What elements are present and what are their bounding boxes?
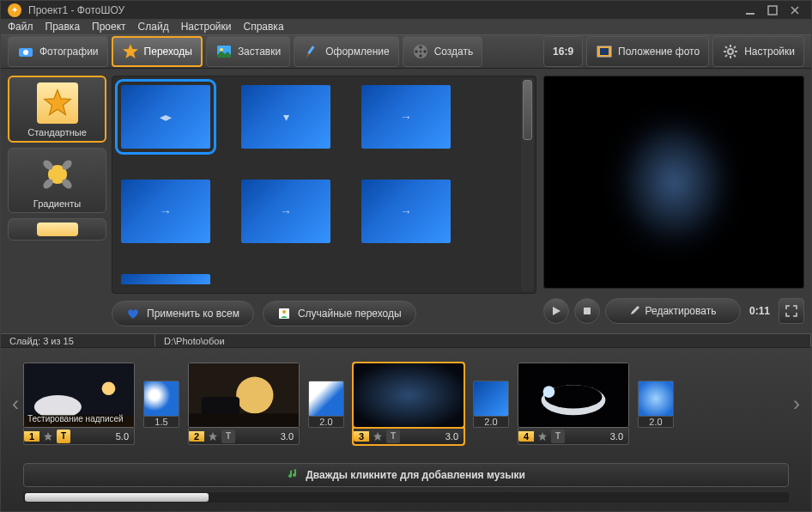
svg-rect-0 bbox=[746, 13, 754, 15]
menu-project[interactable]: Проект bbox=[92, 21, 126, 33]
timeline-slide[interactable]: Тестирование надписей 1T5.0 bbox=[23, 363, 135, 445]
scrollbar-horizontal[interactable] bbox=[23, 492, 789, 503]
gradient-icon bbox=[37, 154, 78, 195]
transition-item[interactable]: → bbox=[361, 180, 451, 243]
transitions-grid: ◂▸ ▾ → → → → bbox=[112, 76, 536, 294]
svg-line-21 bbox=[725, 46, 727, 48]
brush-icon bbox=[303, 43, 320, 60]
transition-item[interactable]: → bbox=[241, 180, 330, 243]
menu-edit[interactable]: Правка bbox=[45, 21, 81, 33]
edit-button[interactable]: Редактировать bbox=[605, 298, 741, 324]
svg-point-37 bbox=[102, 381, 116, 395]
menu-slide[interactable]: Слайд bbox=[138, 21, 169, 33]
status-bar: Слайд: 3 из 15 D:\Photo\обои bbox=[1, 333, 811, 348]
transition-item[interactable]: → bbox=[361, 85, 451, 149]
menubar: Файл Правка Проект Слайд Настройки Справ… bbox=[1, 19, 811, 34]
timeline-slide[interactable]: 4T3.0 bbox=[518, 363, 629, 445]
timeline-slide[interactable]: 2T3.0 bbox=[188, 363, 300, 445]
svg-rect-43 bbox=[189, 413, 299, 427]
category-icon bbox=[37, 222, 78, 236]
settings-button[interactable]: Настройки bbox=[712, 36, 804, 67]
svg-rect-7 bbox=[307, 46, 314, 55]
player-controls: Редактировать 0:11 bbox=[543, 296, 804, 326]
path-display: D:\Photo\обои bbox=[155, 334, 811, 347]
content-area: Стандартные Градиенты ◂▸ ▾ → → → → bbox=[1, 69, 811, 333]
svg-point-13 bbox=[419, 51, 421, 53]
add-music-bar[interactable]: Дважды кликните для добавления музыки bbox=[23, 463, 789, 487]
timeline-transition[interactable]: 1.5 bbox=[142, 381, 181, 428]
tab-design[interactable]: Оформление bbox=[294, 36, 398, 67]
heart-icon bbox=[126, 307, 140, 320]
aspect-button[interactable]: 16:9 bbox=[543, 36, 583, 67]
category-standard[interactable]: Стандартные bbox=[8, 76, 106, 143]
star-icon bbox=[122, 43, 139, 60]
text-icon: T bbox=[551, 430, 565, 443]
main-tabs: Фотографии Переходы Заставки Оформление … bbox=[1, 34, 811, 69]
person-icon bbox=[277, 307, 291, 320]
svg-rect-34 bbox=[584, 308, 591, 314]
timeline-transition[interactable]: 2.0 bbox=[636, 381, 676, 428]
window-title: Проект1 - ФотоШОУ bbox=[28, 4, 124, 16]
fullscreen-button[interactable] bbox=[779, 298, 804, 324]
scrollbar-vertical[interactable] bbox=[521, 78, 534, 291]
star-icon bbox=[37, 82, 78, 124]
transition-item[interactable]: ◂▸ bbox=[121, 85, 210, 149]
tab-intros[interactable]: Заставки bbox=[206, 36, 290, 67]
menu-settings[interactable]: Настройки bbox=[181, 21, 232, 33]
svg-line-24 bbox=[725, 55, 727, 57]
svg-point-12 bbox=[423, 51, 426, 53]
stop-button[interactable] bbox=[574, 298, 600, 324]
svg-point-10 bbox=[419, 55, 421, 58]
tab-photos[interactable]: Фотографии bbox=[8, 36, 108, 67]
svg-marker-50 bbox=[538, 432, 547, 441]
svg-marker-39 bbox=[44, 432, 52, 441]
category-more[interactable] bbox=[8, 218, 106, 241]
svg-line-22 bbox=[734, 55, 736, 57]
menu-file[interactable]: Файл bbox=[8, 21, 33, 33]
timeline-transition[interactable]: 2.0 bbox=[471, 381, 511, 428]
svg-point-3 bbox=[23, 50, 28, 55]
photo-position-button[interactable]: Положение фото bbox=[586, 36, 709, 67]
maximize-button[interactable] bbox=[763, 3, 782, 17]
transition-item[interactable] bbox=[121, 274, 210, 284]
svg-point-41 bbox=[236, 377, 273, 414]
svg-rect-1 bbox=[768, 6, 777, 15]
transition-item[interactable]: ▾ bbox=[241, 85, 330, 149]
tab-transitions[interactable]: Переходы bbox=[112, 36, 203, 67]
random-transitions-button[interactable]: Случайные переходы bbox=[263, 301, 416, 326]
slide-counter: Слайд: 3 из 15 bbox=[1, 334, 155, 347]
svg-marker-45 bbox=[373, 432, 382, 441]
text-icon: T bbox=[386, 430, 400, 443]
timeline-transition[interactable]: 2.0 bbox=[306, 381, 346, 428]
time-display: 0:11 bbox=[746, 305, 773, 317]
text-icon: T bbox=[57, 430, 70, 443]
timeline: ‹ Тестирование надписей 1T5.0 1.5 2T3.0 … bbox=[1, 348, 811, 511]
svg-marker-4 bbox=[123, 44, 138, 58]
minimize-button[interactable] bbox=[741, 3, 760, 17]
svg-marker-25 bbox=[44, 90, 70, 115]
play-button[interactable] bbox=[543, 298, 569, 324]
svg-marker-33 bbox=[553, 307, 561, 315]
position-icon bbox=[596, 43, 613, 60]
apply-all-button[interactable]: Применить ко всем bbox=[112, 301, 254, 326]
timeline-slide[interactable]: 3T3.0 bbox=[353, 363, 464, 445]
pencil-icon bbox=[630, 305, 640, 318]
scroll-right-button[interactable]: › bbox=[789, 357, 804, 451]
filmstrip: ‹ Тестирование надписей 1T5.0 1.5 2T3.0 … bbox=[8, 357, 804, 451]
gear-icon bbox=[722, 43, 739, 60]
text-icon: T bbox=[221, 430, 235, 443]
category-column: Стандартные Градиенты bbox=[8, 76, 106, 326]
menu-help[interactable]: Справка bbox=[243, 21, 283, 33]
svg-point-16 bbox=[728, 49, 733, 54]
transition-item[interactable]: → bbox=[121, 180, 210, 243]
tab-create[interactable]: Создать bbox=[403, 36, 483, 67]
category-gradients[interactable]: Градиенты bbox=[8, 148, 106, 213]
close-button[interactable] bbox=[785, 3, 804, 17]
svg-rect-15 bbox=[600, 48, 609, 55]
scroll-left-button[interactable]: ‹ bbox=[8, 357, 23, 451]
preview-viewport[interactable] bbox=[543, 76, 804, 289]
picture-icon bbox=[215, 43, 233, 60]
music-note-icon bbox=[287, 468, 299, 483]
svg-point-11 bbox=[415, 51, 417, 53]
svg-point-49 bbox=[543, 386, 555, 398]
